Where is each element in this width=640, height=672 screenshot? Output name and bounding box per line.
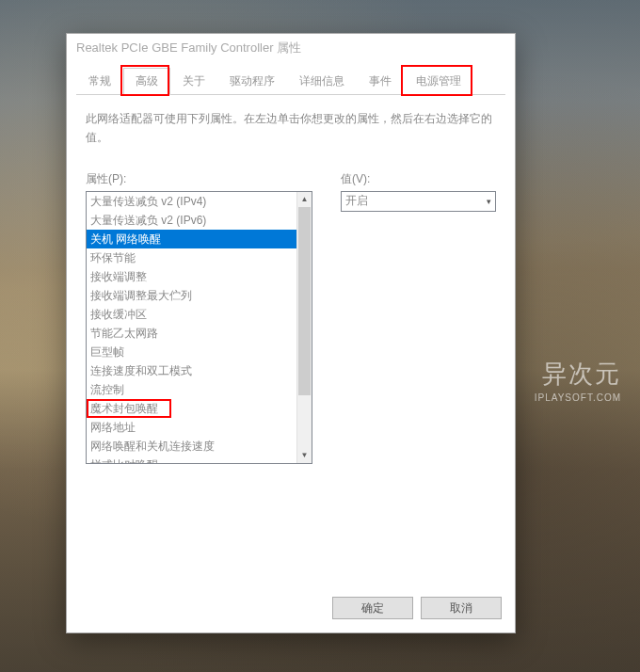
tab-strip: 常规高级关于驱动程序详细信息事件电源管理 bbox=[76, 67, 505, 95]
scroll-thumb[interactable] bbox=[298, 207, 311, 395]
properties-dialog: Realtek PCIe GBE Family Controller 属性 常规… bbox=[66, 33, 516, 633]
property-item[interactable]: 巨型帧 bbox=[87, 343, 296, 361]
scroll-up-icon[interactable]: ▲ bbox=[297, 192, 312, 207]
property-item[interactable]: 大量传送减负 v2 (IPv6) bbox=[87, 211, 296, 230]
property-item[interactable]: 网络地址 bbox=[87, 418, 296, 437]
tab-6[interactable]: 电源管理 bbox=[404, 68, 473, 95]
tab-4[interactable]: 详细信息 bbox=[287, 68, 357, 95]
value-label: 值(V): bbox=[341, 171, 496, 187]
property-item[interactable]: 关机 网络唤醒 bbox=[87, 230, 296, 248]
tab-content: 此网络适配器可使用下列属性。在左边单击你想更改的属性，然后在右边选择它的值。 属… bbox=[67, 95, 515, 585]
tab-3[interactable]: 驱动程序 bbox=[217, 68, 287, 95]
window-title: Realtek PCIe GBE Family Controller 属性 bbox=[76, 40, 301, 56]
property-label: 属性(P): bbox=[86, 171, 312, 187]
property-item[interactable]: 大量传送减负 v2 (IPv4) bbox=[87, 192, 296, 211]
property-item[interactable]: 流控制 bbox=[87, 380, 296, 399]
titlebar[interactable]: Realtek PCIe GBE Family Controller 属性 bbox=[67, 34, 515, 62]
property-item[interactable]: 样式比对唤醒 bbox=[87, 456, 296, 463]
description-text: 此网络适配器可使用下列属性。在左边单击你想更改的属性，然后在右边选择它的值。 bbox=[86, 109, 496, 148]
property-item[interactable]: 连接速度和双工模式 bbox=[87, 361, 296, 380]
listbox-scrollbar[interactable]: ▲ ▼ bbox=[296, 192, 312, 463]
chevron-down-icon: ▾ bbox=[487, 197, 491, 206]
scroll-down-icon[interactable]: ▼ bbox=[297, 448, 312, 463]
property-item[interactable]: 接收端调整最大伫列 bbox=[87, 286, 296, 305]
value-dropdown[interactable]: 开启 ▾ bbox=[341, 191, 496, 212]
property-item[interactable]: 节能乙太网路 bbox=[87, 324, 296, 343]
tab-1[interactable]: 高级 bbox=[123, 68, 170, 95]
tab-2[interactable]: 关于 bbox=[170, 68, 217, 95]
property-item[interactable]: 魔术封包唤醒 bbox=[87, 399, 296, 418]
property-item[interactable]: 网络唤醒和关机连接速度 bbox=[87, 437, 296, 456]
ok-button[interactable]: 确定 bbox=[332, 597, 413, 619]
tab-5[interactable]: 事件 bbox=[357, 68, 404, 95]
value-selected: 开启 bbox=[345, 193, 368, 209]
property-listbox[interactable]: 大量传送减负 v2 (IPv4)大量传送减负 v2 (IPv6)关机 网络唤醒环… bbox=[86, 191, 312, 464]
tab-0[interactable]: 常规 bbox=[76, 68, 123, 95]
cancel-button[interactable]: 取消 bbox=[421, 597, 502, 619]
property-item[interactable]: 接收缓冲区 bbox=[87, 305, 296, 324]
property-item[interactable]: 接收端调整 bbox=[87, 267, 296, 286]
property-item[interactable]: 环保节能 bbox=[87, 248, 296, 267]
dialog-buttons: 确定 取消 bbox=[67, 585, 515, 632]
